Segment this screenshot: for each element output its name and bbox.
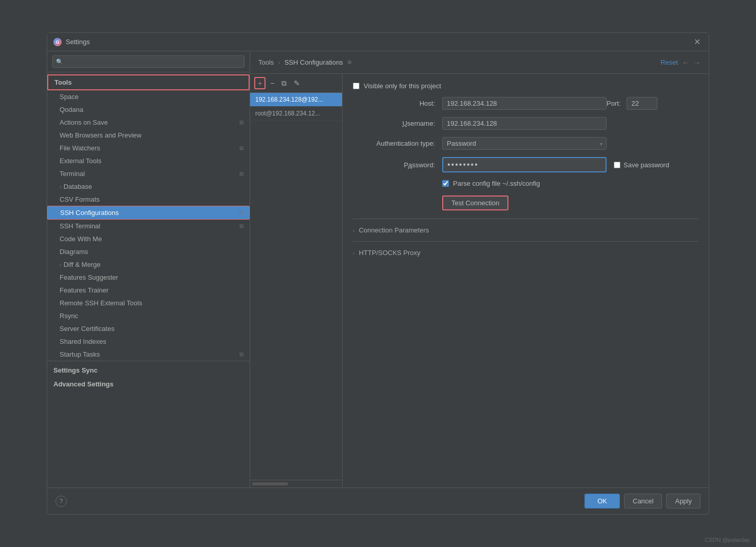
expand-arrow-diff: › — [60, 262, 62, 268]
sidebar-item-rsync[interactable]: Rsync — [47, 309, 250, 322]
host-row: Host: Port: — [353, 97, 698, 110]
port-input[interactable] — [627, 97, 657, 110]
sidebar-item-file-watchers[interactable]: File Watchers ⊟ — [47, 142, 250, 154]
parse-config-label[interactable]: Parse config file ~/.ssh/config — [453, 180, 540, 187]
settings-icon-startup: ⊟ — [239, 351, 243, 357]
apply-button[interactable]: Apply — [666, 494, 701, 509]
password-row: Password: Save password — [353, 157, 698, 172]
ssh-edit-button[interactable]: ✎ — [291, 78, 303, 88]
sidebar-item-external-tools[interactable]: External Tools — [47, 154, 250, 167]
parse-config-checkbox[interactable] — [442, 180, 449, 187]
sidebar-item-features-trainer[interactable]: Features Trainer — [47, 284, 250, 297]
host-label: Host: — [353, 100, 435, 107]
http-socks-section: › HTTP/SOCKS Proxy — [353, 241, 698, 264]
save-password-group: Save password — [614, 161, 669, 169]
sidebar-item-diagrams[interactable]: Diagrams — [47, 245, 250, 258]
footer-left: ? — [55, 496, 67, 507]
parse-config-row: Parse config file ~/.ssh/config — [442, 180, 698, 187]
sidebar-item-settings-sync[interactable]: Settings Sync — [47, 363, 250, 377]
username-label: Username: — [353, 120, 435, 127]
sidebar-item-code-with-me[interactable]: Code With Me — [47, 232, 250, 245]
auth-type-row: Authentication type: Password Key pair O… — [353, 137, 698, 150]
connection-params-header[interactable]: › Connection Parameters — [353, 224, 698, 236]
ssh-scrollbar-area — [250, 480, 342, 487]
ssh-entry-1[interactable]: root@192.168.234.12... — [250, 107, 342, 121]
settings-icon-ssh: ⊟ — [239, 210, 243, 216]
sidebar-item-server-certificates[interactable]: Server Certificates — [47, 322, 250, 335]
expand-arrow-database: › — [60, 184, 62, 190]
ssh-entries-list: 192.168.234.128@192... root@192.168.234.… — [250, 93, 342, 480]
ssh-scrollbar[interactable] — [252, 482, 288, 485]
bottom-sections: Settings Sync Advanced Settings — [47, 361, 250, 393]
sidebar-item-features-suggester[interactable]: Features Suggester — [47, 271, 250, 284]
http-socks-arrow: › — [353, 250, 355, 256]
sidebar-item-startup-tasks[interactable]: Startup Tasks ⊟ — [47, 348, 250, 361]
sidebar-item-remote-ssh-external-tools[interactable]: Remote SSH External Tools — [47, 297, 250, 309]
settings-icon-terminal: ⊟ — [239, 171, 243, 177]
password-input[interactable] — [442, 157, 607, 172]
sidebar-item-csv-formats[interactable]: CSV Formats — [47, 193, 250, 206]
settings-icon-ssh-terminal: ⊟ — [239, 223, 243, 229]
dialog-footer: ? OK Cancel Apply — [47, 487, 709, 514]
footer-right: OK Cancel Apply — [584, 494, 701, 509]
sidebar-item-advanced-settings[interactable]: Advanced Settings — [47, 377, 250, 391]
password-label: Password: — [353, 161, 435, 169]
main-header: Tools › SSH Configurations ⚙ Reset ← → — [250, 51, 709, 74]
settings-dialog: G Settings ✕ 🔍 Tools Space — [47, 32, 709, 515]
breadcrumb-current: SSH Configurations — [285, 58, 343, 66]
visible-only-label[interactable]: Visible only for this project — [364, 82, 441, 90]
search-bar: 🔍 — [47, 51, 250, 72]
sidebar-item-ssh-terminal[interactable]: SSH Terminal ⊟ — [47, 220, 250, 232]
sidebar-item-actions-on-save[interactable]: Actions on Save ⊟ — [47, 116, 250, 129]
breadcrumb-settings-icon: ⚙ — [347, 60, 352, 65]
reset-button[interactable]: Reset — [660, 58, 678, 66]
cancel-button[interactable]: Cancel — [624, 494, 662, 509]
host-input[interactable] — [442, 97, 607, 110]
breadcrumb-tools[interactable]: Tools — [258, 58, 274, 66]
sidebar-item-database[interactable]: › Database — [47, 180, 250, 193]
connection-params-arrow: › — [353, 227, 355, 233]
help-button[interactable]: ? — [55, 496, 67, 507]
sidebar-item-shared-indexes[interactable]: Shared Indexes — [47, 335, 250, 348]
ssh-entry-0[interactable]: 192.168.234.128@192... — [250, 93, 342, 107]
sidebar-item-space[interactable]: Space — [47, 90, 250, 103]
visible-only-row: Visible only for this project — [353, 82, 698, 90]
sidebar-item-qodana[interactable]: Qodana — [47, 103, 250, 116]
sidebar-item-web-browsers[interactable]: Web Browsers and Preview — [47, 129, 250, 142]
ok-button[interactable]: OK — [584, 494, 620, 509]
ssh-copy-button[interactable]: ⧉ — [279, 78, 289, 89]
watermark: CSDN @polarday. — [705, 537, 751, 543]
search-input[interactable] — [52, 55, 244, 68]
settings-icon-filewatchers: ⊟ — [239, 145, 243, 151]
http-socks-label: HTTP/SOCKS Proxy — [359, 249, 421, 257]
port-label: Port: — [607, 100, 620, 107]
http-socks-header[interactable]: › HTTP/SOCKS Proxy — [353, 247, 698, 259]
dialog-body: 🔍 Tools Space Qodana Ac — [47, 51, 709, 487]
sidebar-item-diff-merge[interactable]: › Diff & Merge — [47, 258, 250, 271]
username-input[interactable] — [442, 117, 607, 130]
nav-back-button[interactable]: ← — [682, 58, 689, 67]
ssh-list-panel: + − ⧉ ✎ 192.168.234.128@192... root@192.… — [250, 74, 343, 487]
ssh-add-button[interactable]: + — [254, 77, 266, 89]
sidebar-item-ssh-configurations[interactable]: SSH Configurations ⊟ — [47, 206, 250, 220]
sidebar-item-terminal[interactable]: Terminal ⊟ — [47, 167, 250, 180]
visible-only-checkbox[interactable] — [353, 83, 360, 89]
sidebar-section-tools[interactable]: Tools — [47, 74, 250, 90]
sidebar: 🔍 Tools Space Qodana Ac — [47, 51, 250, 487]
auth-type-select[interactable]: Password Key pair OpenSSH config and aut… — [442, 137, 607, 150]
close-button[interactable]: ✕ — [692, 36, 703, 48]
sidebar-content: Tools Space Qodana Actions on Save ⊟ Web — [47, 72, 250, 487]
breadcrumb: Tools › SSH Configurations ⚙ — [258, 58, 352, 66]
auth-type-label: Authentication type: — [353, 140, 435, 147]
app-icon: G — [53, 38, 62, 46]
username-row: Username: — [353, 117, 698, 130]
dialog-title: Settings — [66, 38, 692, 46]
nav-forward-button[interactable]: → — [693, 58, 701, 67]
save-password-checkbox[interactable] — [614, 162, 620, 168]
ssh-remove-button[interactable]: − — [268, 78, 277, 88]
breadcrumb-sep: › — [278, 58, 280, 66]
save-password-label[interactable]: Save password — [623, 161, 669, 169]
test-connection-row: Test Connection — [442, 196, 698, 210]
ssh-area: + − ⧉ ✎ 192.168.234.128@192... root@192.… — [250, 74, 709, 487]
test-connection-button[interactable]: Test Connection — [442, 196, 508, 210]
